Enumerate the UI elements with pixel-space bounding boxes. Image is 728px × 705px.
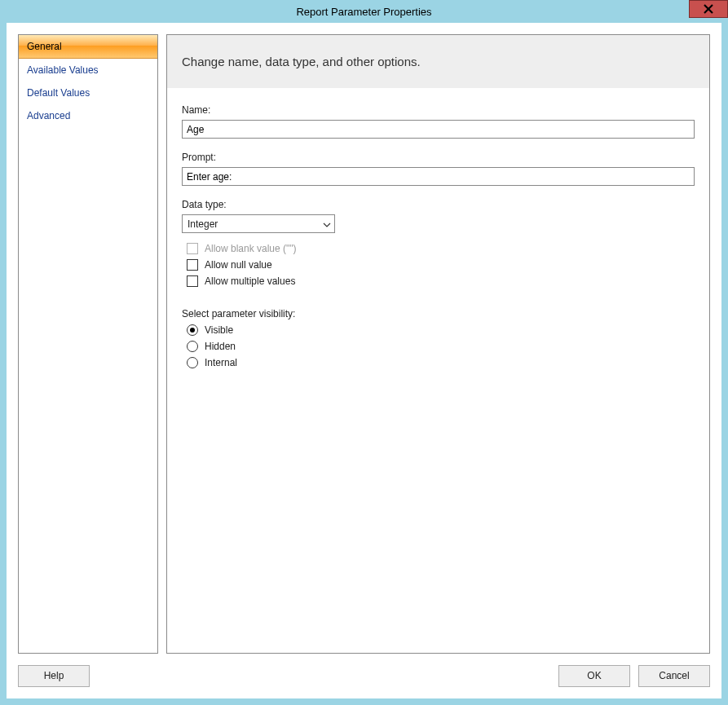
help-button[interactable]: Help [18, 665, 90, 687]
prompt-input[interactable] [182, 167, 695, 186]
prompt-label: Prompt: [182, 152, 695, 163]
panel-header: Change name, data type, and other option… [167, 35, 709, 88]
main-panel: Change name, data type, and other option… [166, 34, 710, 654]
name-input[interactable] [182, 120, 695, 139]
sidebar-item-label: Available Values [27, 64, 99, 76]
cancel-button[interactable]: Cancel [638, 665, 710, 687]
datatype-label: Data type: [182, 199, 695, 210]
footer: Help OK Cancel [18, 654, 710, 687]
allow-multiple-checkbox[interactable]: Allow multiple values [182, 275, 695, 287]
checkbox-icon [187, 275, 198, 287]
visibility-visible-label: Visible [205, 324, 233, 336]
checkbox-icon [187, 259, 198, 271]
window-title: Report Parameter Properties [296, 6, 431, 18]
titlebar: Report Parameter Properties [7, 0, 721, 23]
sidebar-item-advanced[interactable]: Advanced [19, 104, 157, 127]
allow-null-label: Allow null value [205, 259, 272, 271]
sidebar-item-general[interactable]: General [19, 35, 157, 59]
allow-null-checkbox[interactable]: Allow null value [182, 259, 695, 271]
checkbox-icon [187, 243, 198, 254]
sidebar: General Available Values Default Values … [18, 34, 158, 654]
sidebar-item-label: General [27, 41, 62, 52]
allow-blank-label: Allow blank value ("") [205, 243, 297, 254]
visibility-internal-radio[interactable]: Internal [182, 357, 695, 368]
visibility-label: Select parameter visibility: [182, 308, 695, 319]
sidebar-item-label: Default Values [27, 87, 90, 99]
body-row: General Available Values Default Values … [18, 34, 710, 654]
datatype-select[interactable]: Integer [182, 214, 335, 233]
sidebar-item-label: Advanced [27, 110, 70, 121]
dialog-window: Report Parameter Properties General Avai… [0, 0, 728, 705]
close-icon [704, 4, 713, 14]
name-label: Name: [182, 104, 695, 116]
radio-icon [187, 324, 198, 336]
allow-blank-checkbox: Allow blank value ("") [182, 243, 695, 254]
chevron-down-icon [323, 218, 331, 230]
visibility-visible-radio[interactable]: Visible [182, 324, 695, 336]
visibility-hidden-label: Hidden [205, 341, 236, 352]
form-area: Name: Prompt: Data type: Integer [167, 88, 709, 388]
ok-button[interactable]: OK [558, 665, 630, 687]
visibility-hidden-radio[interactable]: Hidden [182, 341, 695, 352]
radio-icon [187, 357, 198, 368]
radio-icon [187, 341, 198, 352]
visibility-internal-label: Internal [205, 357, 237, 368]
sidebar-item-default-values[interactable]: Default Values [19, 82, 157, 104]
datatype-value: Integer [188, 218, 218, 230]
client-area: General Available Values Default Values … [7, 23, 721, 698]
close-button[interactable] [689, 0, 728, 18]
sidebar-item-available-values[interactable]: Available Values [19, 59, 157, 82]
allow-multiple-label: Allow multiple values [205, 275, 295, 287]
panel-header-text: Change name, data type, and other option… [182, 55, 421, 68]
